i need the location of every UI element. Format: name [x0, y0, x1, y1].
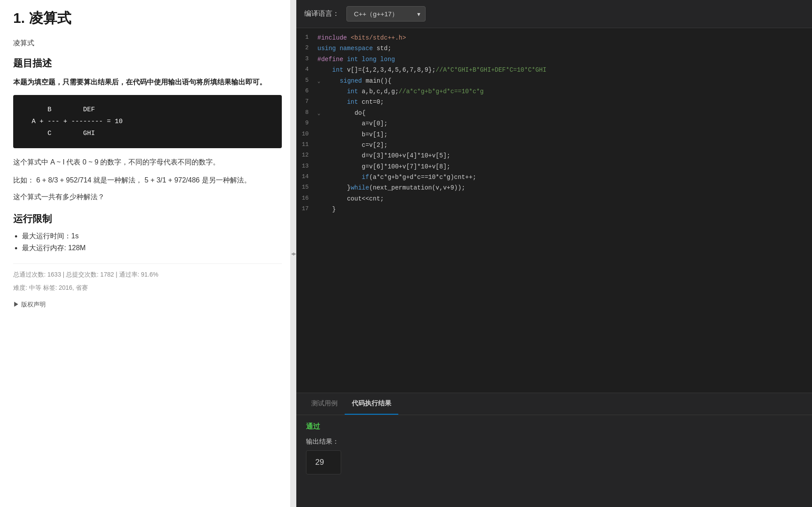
problem-para1: 这个算式中 A ~ I 代表 0 ~ 9 的数字，不同的字母代表不同的数字。: [13, 156, 282, 168]
run-memory: 最大运行内存: 128M: [22, 244, 282, 253]
bottom-content: 通过 输出结果： 29: [295, 415, 812, 481]
fold-icon[interactable]: ⌄: [317, 111, 323, 116]
line-number: 3: [295, 55, 317, 64]
compiler-select-wrapper[interactable]: C++（g++17）C（gcc）JavaPython3: [346, 6, 426, 22]
problem-para3: 这个算式一共有多少种解法？: [13, 193, 282, 202]
line-number: 11: [295, 140, 317, 150]
line-content: if(a*c*g+b*g+d*c==10*c*g)cnt++;: [317, 172, 812, 182]
code-line-1: 1#include <bits/stdc++.h>: [295, 33, 812, 43]
problem-para2: 比如： 6 + 8/3 + 952/714 就是一种解法， 5 + 3/1 + …: [13, 174, 282, 186]
line-number: 17: [295, 204, 317, 214]
stats-bar: 总通过次数: 1633 | 总提交次数: 1782 | 通过率: 91.6%: [13, 263, 282, 279]
code-line-4: 4 int v[]={1,2,3,4,5,6,7,8,9};//A*C*GHI+…: [295, 65, 812, 75]
line-number: 6: [295, 87, 317, 96]
copyright-section: ▶ 版权声明: [13, 301, 282, 309]
line-number: 14: [295, 172, 317, 182]
copyright-toggle[interactable]: ▶ 版权声明: [13, 301, 46, 308]
formula-line-3: C GHI: [24, 128, 271, 139]
line-content: g=v[6]*100+v[7]*10+v[8];: [317, 162, 812, 171]
line-content: b=v[1];: [317, 130, 812, 139]
result-status: 通过: [306, 422, 801, 431]
compiler-bar: 编译语言： C++（g++17）C（gcc）JavaPython3: [295, 0, 812, 28]
line-content: cout<<cnt;: [317, 194, 812, 204]
code-line-6: 6 int a,b,c,d,g;//a*c*g+b*g+d*c==10*c*g: [295, 86, 812, 97]
output-value: 29: [306, 450, 341, 474]
code-line-9: 9 a=v[0];: [295, 118, 812, 129]
code-line-14: 14 if(a*c*g+b*g+d*c==10*c*g)cnt++;: [295, 172, 812, 182]
run-time: 最大运行时间：1s: [22, 232, 282, 241]
section-run-title: 运行限制: [13, 212, 282, 226]
line-number: 7: [295, 97, 317, 106]
code-line-11: 11 c=v[2];: [295, 140, 812, 150]
line-content: int v[]={1,2,3,4,5,6,7,8,9};//A*C*GHI+B*…: [317, 65, 812, 75]
code-line-13: 13 g=v[6]*100+v[7]*10+v[8];: [295, 161, 812, 172]
run-limits-list: 最大运行时间：1s 最大运行内存: 128M: [13, 232, 282, 253]
output-label: 输出结果：: [306, 438, 801, 446]
tab-run-result[interactable]: 代码执行结果: [345, 393, 398, 415]
formula-line-2: A + --- + -------- = 10: [24, 116, 271, 128]
code-line-3: 3#define int long long: [295, 54, 812, 65]
code-line-10: 10 b=v[1];: [295, 129, 812, 140]
line-content: #include <bits/stdc++.h>: [317, 33, 812, 43]
line-number: 8: [295, 108, 317, 117]
line-number: 15: [295, 183, 317, 192]
line-content: int a,b,c,d,g;//a*c*g+b*g+d*c==10*c*g: [317, 87, 812, 96]
page-title: 1. 凌算式: [13, 9, 282, 28]
line-content: #define int long long: [317, 55, 812, 64]
line-content: ⌄ signed main(){: [317, 76, 812, 86]
fold-icon[interactable]: ⌄: [317, 79, 323, 84]
problem-bold-text: 本题为填空题，只需要算出结果后，在代码中使用输出语句将所填结果输出即可。: [13, 76, 282, 88]
code-line-2: 2using namespace std;: [295, 43, 812, 54]
line-number: 2: [295, 44, 317, 53]
line-content: c=v[2];: [317, 140, 812, 150]
compiler-select[interactable]: C++（g++17）C（gcc）JavaPython3: [346, 6, 426, 22]
code-line-8: 8⌄ do{: [295, 108, 812, 118]
line-number: 13: [295, 162, 317, 171]
line-number: 1: [295, 33, 317, 42]
line-number: 5: [295, 76, 317, 85]
line-content: ⌄ do{: [317, 108, 812, 118]
formula-line-1: B DEF: [24, 104, 271, 116]
line-content: int cnt=0;: [317, 97, 812, 107]
line-content: d=v[3]*100+v[4]*10+v[5];: [317, 151, 812, 160]
line-content: using namespace std;: [317, 44, 812, 53]
code-line-16: 16 cout<<cnt;: [295, 193, 812, 204]
right-panel: 编译语言： C++（g++17）C（gcc）JavaPython3 1#incl…: [295, 0, 812, 507]
code-line-17: 17 }: [295, 204, 812, 215]
code-line-5: 5⌄ signed main(){: [295, 76, 812, 86]
formula-block: B DEF A + --- + -------- = 10 C GHI: [13, 95, 282, 148]
line-number: 4: [295, 65, 317, 74]
code-editor[interactable]: 1#include <bits/stdc++.h>2using namespac…: [295, 28, 812, 393]
code-line-15: 15 }while(next_permutation(v,v+9));: [295, 182, 812, 193]
panel-divider[interactable]: [290, 0, 296, 507]
line-number: 9: [295, 119, 317, 128]
line-content: }: [317, 204, 812, 214]
line-content: }while(next_permutation(v,v+9));: [317, 183, 812, 193]
bottom-tabs: 测试用例 代码执行结果: [295, 393, 812, 415]
line-content: a=v[0];: [317, 119, 812, 128]
tab-test-case[interactable]: 测试用例: [304, 393, 345, 415]
code-line-7: 7 int cnt=0;: [295, 97, 812, 107]
code-line-12: 12 d=v[3]*100+v[4]*10+v[5];: [295, 150, 812, 161]
line-number: 10: [295, 130, 317, 139]
left-panel: 1. 凌算式 凌算式 题目描述 本题为填空题，只需要算出结果后，在代码中使用输出…: [0, 0, 295, 507]
tags-bar: 难度: 中等 标签: 2016, 省赛: [13, 284, 282, 292]
line-number: 16: [295, 194, 317, 203]
compiler-label: 编译语言：: [304, 9, 339, 18]
bottom-panel: 测试用例 代码执行结果 通过 输出结果： 29 CSDN @幻夜的梦: [295, 393, 812, 507]
section-problem-title: 题目描述: [13, 57, 282, 70]
line-number: 12: [295, 151, 317, 160]
subtitle: 凌算式: [13, 39, 282, 48]
